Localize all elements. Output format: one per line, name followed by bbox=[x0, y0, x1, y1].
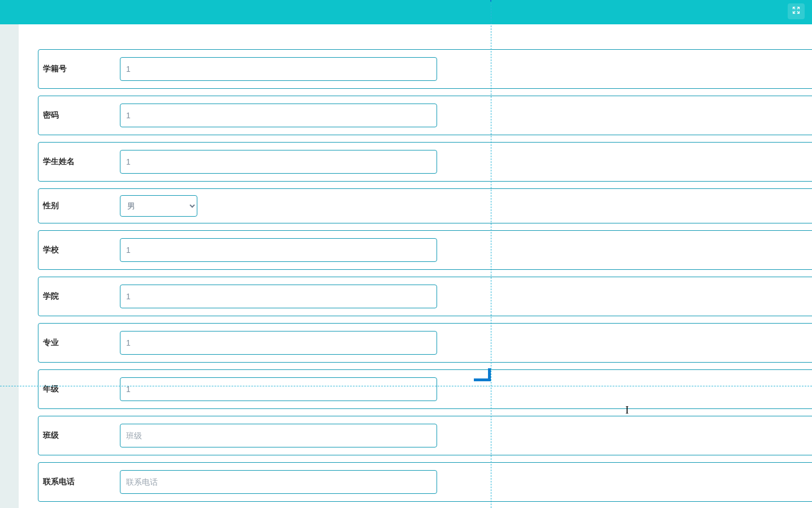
ruler-tick bbox=[490, 0, 491, 2]
field-row-student-id: 学籍号 bbox=[38, 49, 812, 89]
major-input[interactable] bbox=[120, 331, 437, 355]
expand-icon bbox=[792, 6, 800, 16]
grade-input[interactable] bbox=[120, 377, 437, 401]
gender-select[interactable]: 男 bbox=[120, 195, 197, 217]
field-row-gender: 性别 男 bbox=[38, 188, 812, 223]
phone-input[interactable] bbox=[120, 470, 437, 494]
form-container: 学籍号 密码 学生姓名 性别 男 学校 学院 专业 bbox=[19, 24, 812, 508]
field-label: 学生姓名 bbox=[43, 157, 120, 167]
field-label: 性别 bbox=[43, 201, 120, 211]
field-row-student-name: 学生姓名 bbox=[38, 142, 812, 182]
school-input[interactable] bbox=[120, 238, 437, 262]
left-gutter bbox=[0, 24, 19, 508]
field-label: 学校 bbox=[43, 245, 120, 255]
field-row-grade: 年级 bbox=[38, 369, 812, 409]
field-label: 联系电话 bbox=[43, 477, 120, 487]
field-label: 年级 bbox=[43, 384, 120, 394]
field-label: 班级 bbox=[43, 430, 120, 441]
expand-button[interactable] bbox=[788, 3, 805, 19]
field-row-password: 密码 bbox=[38, 96, 812, 135]
field-row-class: 班级 bbox=[38, 416, 812, 455]
field-row-major: 专业 bbox=[38, 323, 812, 363]
field-row-college: 学院 bbox=[38, 277, 812, 316]
password-input[interactable] bbox=[120, 104, 437, 127]
field-label: 学籍号 bbox=[43, 64, 120, 74]
field-row-phone: 联系电话 bbox=[38, 462, 812, 502]
student-id-input[interactable] bbox=[120, 57, 437, 81]
field-label: 专业 bbox=[43, 338, 120, 348]
student-name-input[interactable] bbox=[120, 150, 437, 174]
field-label: 密码 bbox=[43, 110, 120, 120]
app-header bbox=[0, 0, 812, 24]
form-panel: 学籍号 密码 学生姓名 性别 男 学校 学院 专业 bbox=[19, 24, 812, 508]
field-row-school: 学校 bbox=[38, 230, 812, 270]
field-label: 学院 bbox=[43, 291, 120, 302]
college-input[interactable] bbox=[120, 285, 437, 308]
class-input[interactable] bbox=[120, 424, 437, 447]
